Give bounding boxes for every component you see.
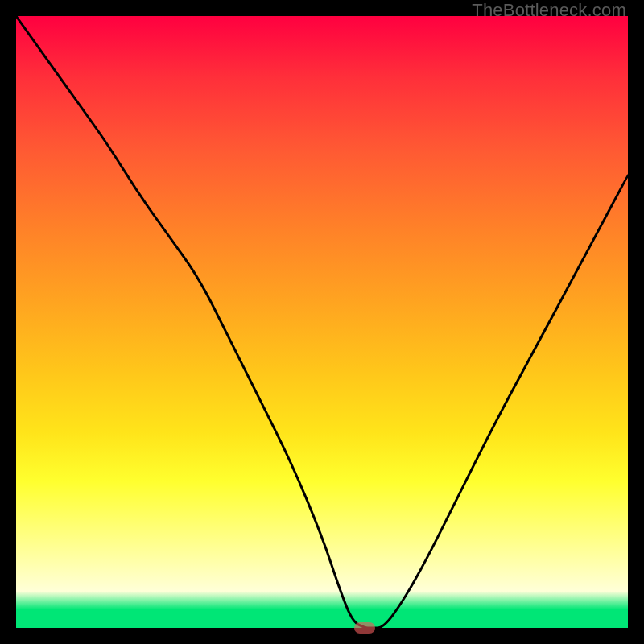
plot-area xyxy=(16,16,628,628)
curve-svg xyxy=(16,16,628,628)
optimum-marker xyxy=(354,622,375,634)
chart-frame: TheBottleneck.com xyxy=(0,0,644,644)
bottleneck-curve-path xyxy=(16,16,628,628)
